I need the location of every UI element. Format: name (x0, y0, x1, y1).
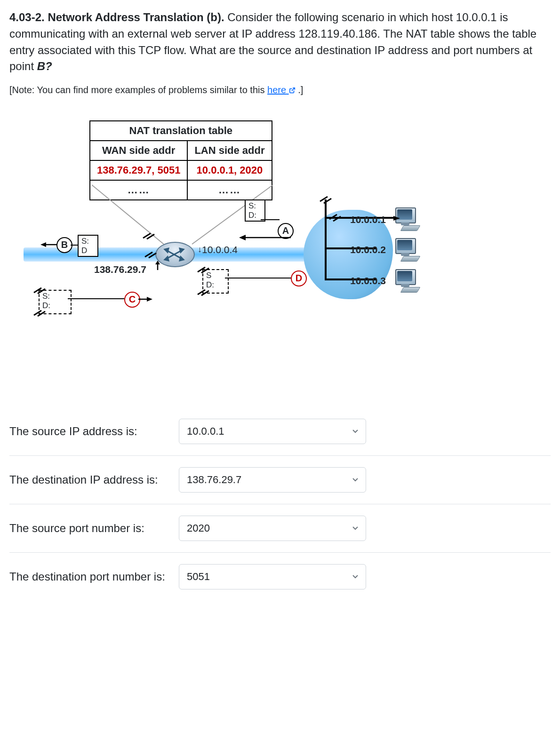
question-block: 4.03-2. Network Address Translation (b).… (9, 9, 551, 75)
question-number: 4.03-2. Network Address Translation (b). (9, 11, 224, 24)
select-value: 138.76.29.7 (187, 472, 241, 487)
select-value: 2020 (187, 521, 210, 536)
dash-b2-icon (144, 250, 158, 259)
answer-label: The destination IP address is: (9, 472, 179, 488)
chevron-down-icon (352, 569, 359, 584)
answer-label: The destination port number is: (9, 569, 179, 585)
note-link-text: here (267, 85, 286, 95)
nat-col-lan: LAN side addr (187, 141, 272, 160)
dest-ip-select[interactable]: 138.76.29.7 (179, 467, 366, 493)
nat-row-wan: 138.76.29.7, 5051 (90, 160, 187, 180)
arrow-left-b (40, 241, 57, 248)
pc-2-icon (395, 238, 418, 259)
nat-translation-table: NAT translation table WAN side addr LAN … (89, 120, 272, 200)
svg-marker-13 (155, 261, 160, 264)
packet-b-d: D (81, 246, 95, 255)
arrow-right-c (138, 295, 152, 303)
packet-a-d: D: (248, 211, 262, 220)
nat-table-title: NAT translation table (90, 121, 272, 141)
a-connector (261, 219, 280, 220)
host2-ip: 10.0.0.2 (350, 243, 386, 257)
label-c: C (124, 292, 140, 308)
question-point: B? (37, 60, 52, 72)
answer-label: The source port number is: (9, 520, 179, 537)
dash-d-top-icon (197, 265, 211, 274)
arrow-up-icon (154, 261, 161, 271)
select-value: 10.0.0.1 (187, 424, 224, 439)
svg-marker-15 (239, 235, 246, 240)
svg-marker-27 (147, 297, 152, 302)
nat-row-lan: 10.0.0.1, 2020 (187, 160, 272, 180)
b-connector (71, 245, 78, 246)
dash-c-top-icon (33, 286, 47, 294)
router-wan-ip: 138.76.29.7 (94, 263, 146, 277)
dash-b-icon (142, 231, 156, 240)
arrow-right-host1 (334, 215, 400, 222)
chevron-down-icon (352, 472, 359, 487)
source-ip-select[interactable]: 10.0.0.1 (179, 419, 366, 444)
nat-dots-1: …… (90, 180, 187, 200)
select-value: 5051 (187, 569, 210, 584)
pc-3-icon (395, 269, 418, 290)
answers-section: The source IP address is: 10.0.0.1 The d… (9, 407, 551, 601)
source-port-select[interactable]: 2020 (179, 516, 366, 541)
chevron-down-icon (352, 424, 359, 439)
lan-bus-line (325, 199, 327, 279)
note-suffix: .] (296, 85, 304, 95)
nat-col-wan: WAN side addr (90, 141, 187, 160)
note-link[interactable]: here (267, 85, 296, 95)
arrow-left-a (239, 234, 296, 241)
nat-diagram: NAT translation table WAN side addr LAN … (24, 120, 494, 384)
packet-a-s: S: (248, 201, 262, 211)
packet-box-a: S: D: (245, 199, 265, 222)
nat-dots-2: …… (187, 180, 272, 200)
svg-line-8 (320, 197, 328, 201)
note-block: [Note: You can find more examples of pro… (9, 83, 551, 97)
external-link-icon (289, 87, 296, 94)
answer-label: The source IP address is: (9, 423, 179, 440)
packet-b-s: S: (81, 237, 95, 246)
c-connector (68, 298, 124, 299)
router-lan-ip: ↓10.0.0.4 (198, 243, 238, 257)
answer-row: The source IP address is: 10.0.0.1 (9, 407, 551, 455)
d-connector (225, 278, 291, 279)
note-prefix: [Note: You can find more examples of pro… (9, 85, 267, 95)
host3-ip: 10.0.0.3 (350, 274, 386, 288)
dash-c-bot-icon (33, 309, 47, 317)
answer-row: The destination IP address is: 138.76.29… (9, 455, 551, 504)
svg-line-9 (324, 199, 331, 203)
router-icon (155, 242, 195, 267)
svg-marker-32 (393, 216, 400, 221)
answer-row: The destination port number is: 5051 (9, 552, 551, 601)
chevron-down-icon (352, 521, 359, 536)
label-b: B (56, 237, 72, 253)
answer-row: The source port number is: 2020 (9, 504, 551, 552)
dash-top-icon (319, 195, 333, 204)
svg-marker-17 (40, 242, 46, 247)
dest-port-select[interactable]: 5051 (179, 564, 366, 589)
label-d: D (291, 271, 307, 286)
packet-box-b: S: D (78, 235, 98, 257)
dash-d-bot-icon (197, 288, 211, 296)
